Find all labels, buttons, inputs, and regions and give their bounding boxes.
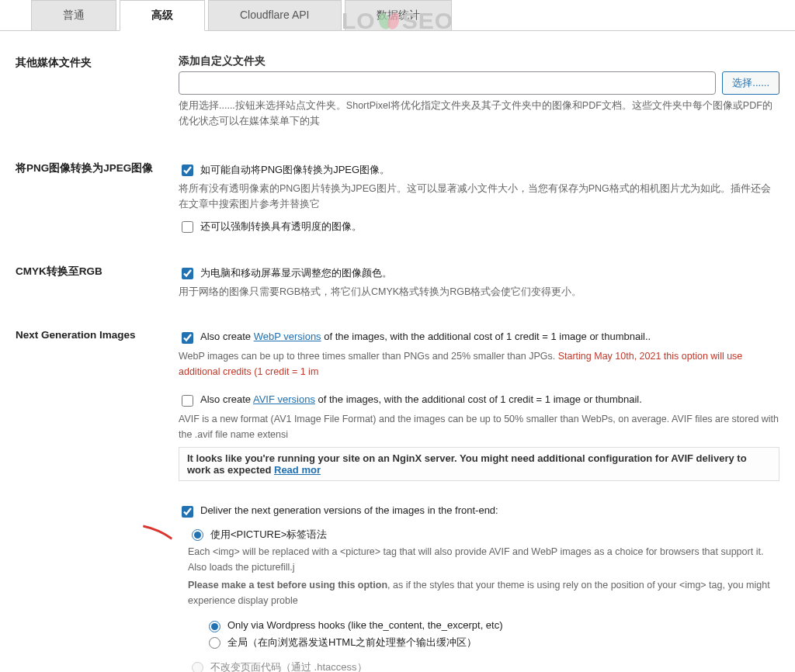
opt-cmyk-label: 为电脑和移动屏幕显示调整您的图像颜色。: [200, 266, 392, 280]
desc-png2jpg: 将所有没有透明像素的PNG图片转换为JPEG图片。这可以显著减小文件大小，当您有…: [179, 181, 779, 212]
checkbox-png2jpg[interactable]: [182, 165, 193, 176]
desc-picture1: Each <img> will be replaced with a <pict…: [188, 544, 779, 575]
checkbox-deliver-nextgen[interactable]: [182, 506, 193, 518]
label-cmyk: CMYK转换至RGB: [16, 263, 179, 301]
radio-htaccess: [192, 662, 203, 672]
settings-panel: 其他媒体文件夹 添加自定义文件夹 选择...... 使用选择......按钮来选…: [0, 31, 795, 672]
heading-add-folder: 添加自定义文件夹: [179, 54, 779, 68]
link-webp-versions[interactable]: WebP versions: [254, 331, 321, 342]
checkbox-avif[interactable]: [182, 395, 193, 407]
radio-via-hooks-label: Only via Wordpress hooks (like the_conte…: [227, 619, 503, 631]
opt-png2jpg-label: 如可能自动将PNG图像转换为JPEG图像。: [200, 163, 390, 177]
checkbox-force-transparent[interactable]: [182, 221, 193, 233]
radio-picture-label: 使用<PICTURE>标签语法: [210, 528, 327, 542]
folder-path-input[interactable]: [179, 71, 716, 95]
opt-force-transparent-label: 还可以强制转换具有透明度的图像。: [200, 220, 362, 234]
radio-htaccess-label: 不改变页面代码（通过 .htaccess）: [210, 660, 367, 672]
tab-advanced[interactable]: 高级: [120, 0, 205, 31]
opt-avif-label: Also create AVIF versions of the images,…: [200, 393, 642, 405]
radio-global-label: 全局（在向浏览器发送HTML之前处理整个输出缓冲区）: [227, 636, 477, 649]
tab-normal[interactable]: 普通: [31, 0, 116, 30]
desc-picture2: Please make a test before using this opt…: [188, 577, 779, 608]
desc-cmyk: 用于网络的图像只需要RGB格式，将它们从CMYK格式转换为RGB格式会使它们变得…: [179, 284, 779, 300]
opt-deliver-label: Deliver the next generation versions of …: [200, 504, 498, 516]
radio-global[interactable]: [209, 637, 220, 649]
link-read-more-nginx[interactable]: Read mor: [274, 464, 321, 476]
desc-avif: AVIF is a new format (AV1 Image File For…: [179, 411, 779, 442]
tab-stats[interactable]: 数据统计: [345, 0, 452, 30]
label-other-folders: 其他媒体文件夹: [16, 54, 179, 130]
radio-via-hooks[interactable]: [209, 621, 220, 632]
link-avif-versions[interactable]: AVIF versions: [253, 393, 315, 405]
desc-webp: WebP images can be up to three times sma…: [179, 348, 779, 379]
desc-folders: 使用选择......按钮来选择站点文件夹。ShortPixel将优化指定文件夹及…: [179, 98, 779, 129]
checkbox-cmyk[interactable]: [182, 268, 193, 279]
checkbox-webp[interactable]: [182, 332, 193, 344]
label-nextgen: Next Generation Images: [16, 327, 179, 672]
tab-bar: 普通 高级 Cloudflare API 数据统计: [0, 0, 795, 31]
choose-folder-button[interactable]: 选择......: [722, 71, 779, 95]
radio-picture-tag[interactable]: [192, 529, 203, 541]
notice-nginx-avif: It looks like you're running your site o…: [179, 447, 779, 481]
label-png2jpg: 将PNG图像转换为JPEG图像: [16, 160, 179, 237]
opt-webp-label: Also create WebP versions of the images,…: [200, 331, 651, 342]
tab-cloudflare[interactable]: Cloudflare API: [208, 0, 342, 30]
